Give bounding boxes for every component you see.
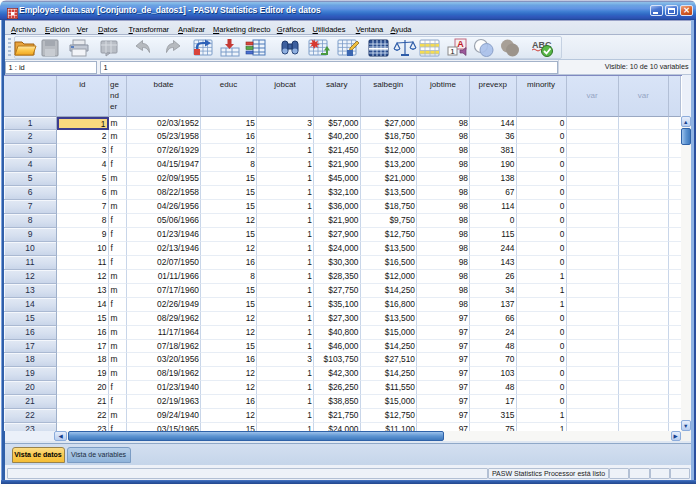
svg-text:1: 1 bbox=[450, 47, 455, 56]
svg-text:A: A bbox=[457, 39, 464, 49]
